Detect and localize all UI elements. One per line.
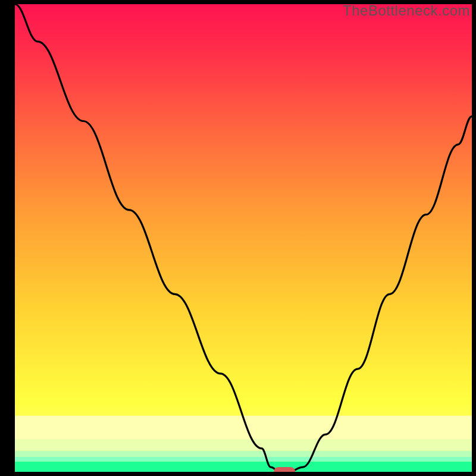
color-band-3: [15, 457, 472, 462]
color-band-2: [15, 451, 472, 457]
chart-canvas: [0, 0, 476, 476]
watermark-text: TheBottleneck.com: [343, 2, 470, 19]
plot-area: [11, 0, 477, 476]
color-band-4: [15, 462, 472, 472]
gradient-background: [15, 4, 472, 472]
color-band-1: [15, 439, 472, 451]
bottleneck-chart: TheBottleneck.com: [0, 0, 476, 476]
